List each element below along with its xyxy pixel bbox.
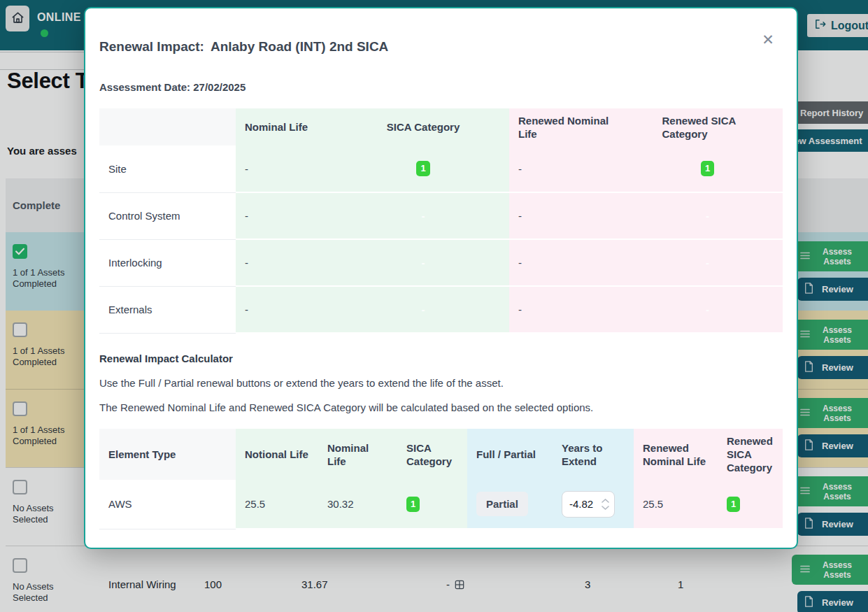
modal-title-site-name: Anlaby Road (INT) 2nd SICA bbox=[211, 39, 388, 54]
sica-badge: 1 bbox=[416, 161, 429, 176]
summary-cell: Control System bbox=[99, 192, 236, 239]
summary-header: Renewed Nominal Life bbox=[509, 108, 632, 145]
renewal-summary-table: Nominal LifeSICA CategoryRenewed Nominal… bbox=[99, 108, 783, 334]
sica-badge: 1 bbox=[406, 497, 420, 512]
calculator-header: SICA Category bbox=[397, 429, 467, 480]
summary-cell: - bbox=[236, 192, 337, 239]
calculator-header: Years to Extend bbox=[553, 429, 634, 480]
close-icon[interactable]: ✕ bbox=[759, 31, 777, 49]
summary-header: SICA Category bbox=[337, 108, 509, 145]
calculator-header-row: Element TypeNotional LifeNominal LifeSIC… bbox=[99, 429, 783, 480]
calculator-header: Nominal Life bbox=[318, 429, 397, 480]
calculator-header: Renewed Nominal Life bbox=[634, 429, 718, 480]
empty-category-dash: - bbox=[706, 257, 709, 269]
modal-title: Renewal Impact:Anlaby Road (INT) 2nd SIC… bbox=[99, 39, 783, 55]
calculator-row: AWS 25.5 30.32 1 Partial -4.82 bbox=[99, 480, 783, 529]
calc-cell-nominal-life: 30.32 bbox=[318, 480, 397, 529]
calc-cell-sica-category: 1 bbox=[397, 480, 467, 529]
summary-row: Externals---- bbox=[99, 286, 783, 333]
empty-category-dash: - bbox=[706, 210, 709, 222]
full-partial-toggle[interactable]: Partial bbox=[476, 492, 528, 516]
calculator-instruction-1: Use the Full / Partial renewal buttons o… bbox=[99, 377, 783, 389]
summary-cell-category: - bbox=[337, 192, 509, 239]
chevron-down-icon bbox=[602, 506, 609, 510]
summary-cell-category: 1 bbox=[632, 145, 783, 192]
calc-cell-element-type: AWS bbox=[99, 480, 236, 529]
summary-cell-category: - bbox=[632, 239, 783, 286]
modal-title-prefix: Renewal Impact: bbox=[99, 39, 204, 54]
summary-header-row: Nominal LifeSICA CategoryRenewed Nominal… bbox=[99, 108, 783, 145]
empty-category-dash: - bbox=[422, 304, 425, 315]
summary-cell: Externals bbox=[99, 286, 236, 333]
summary-cell-category: - bbox=[632, 286, 783, 333]
summary-header: Nominal Life bbox=[236, 108, 337, 145]
assessment-date: Assessment Date: 27/02/2025 bbox=[99, 81, 783, 93]
summary-cell: - bbox=[236, 239, 337, 286]
summary-header: Renewed SICA Category bbox=[632, 108, 783, 145]
summary-cell: Interlocking bbox=[99, 239, 236, 286]
calculator-header: Notional Life bbox=[236, 429, 318, 480]
summary-cell-category: - bbox=[337, 239, 509, 286]
empty-category-dash: - bbox=[422, 210, 425, 222]
empty-category-dash: - bbox=[422, 257, 425, 269]
summary-header bbox=[99, 108, 236, 145]
summary-cell-category: 1 bbox=[337, 145, 509, 192]
summary-cell: - bbox=[236, 286, 337, 333]
renewal-impact-modal: ✕ Renewal Impact:Anlaby Road (INT) 2nd S… bbox=[84, 7, 798, 549]
calc-cell-years-to-extend: -4.82 bbox=[553, 480, 634, 529]
empty-category-dash: - bbox=[706, 304, 709, 315]
calc-cell-full-partial: Partial bbox=[467, 480, 553, 529]
calc-cell-renewed-sica-category: 1 bbox=[718, 480, 783, 529]
summary-cell-category: - bbox=[632, 192, 783, 239]
summary-cell: - bbox=[509, 145, 632, 192]
summary-row: Site-1-1 bbox=[99, 145, 783, 192]
sica-badge: 1 bbox=[701, 161, 714, 176]
calculator-instruction-2: The Renewed Nominal Life and Renewed SIC… bbox=[99, 401, 783, 413]
summary-cell-category: - bbox=[337, 286, 509, 333]
calc-cell-renewed-nominal-life: 25.5 bbox=[634, 480, 718, 529]
years-to-extend-input[interactable]: -4.82 bbox=[562, 491, 615, 518]
calculator-header: Renewed SICA Category bbox=[718, 429, 783, 480]
renewed-sica-badge: 1 bbox=[727, 497, 740, 512]
chevron-up-icon bbox=[602, 499, 609, 503]
summary-row: Interlocking---- bbox=[99, 239, 783, 286]
screen: ONLINE Logout Select T You are asses Com… bbox=[0, 0, 868, 612]
calculator-heading: Renewal Impact Calculator bbox=[99, 353, 783, 364]
years-to-extend-value: -4.82 bbox=[569, 498, 593, 510]
summary-row: Control System---- bbox=[99, 192, 783, 239]
renewal-calculator-table: Element TypeNotional LifeNominal LifeSIC… bbox=[99, 429, 783, 529]
summary-cell: - bbox=[509, 286, 632, 333]
summary-cell: - bbox=[509, 192, 632, 239]
summary-cell: - bbox=[509, 239, 632, 286]
calculator-header: Full / Partial bbox=[467, 429, 553, 480]
calculator-header: Element Type bbox=[99, 429, 236, 480]
summary-cell: - bbox=[236, 145, 337, 192]
number-stepper[interactable] bbox=[602, 499, 609, 510]
summary-cell: Site bbox=[99, 145, 236, 192]
calc-cell-notional-life: 25.5 bbox=[236, 480, 318, 529]
